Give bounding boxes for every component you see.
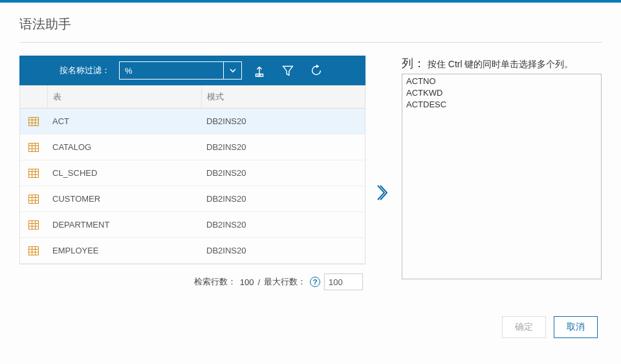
columns-panel: 列： 按住 Ctrl 键的同时单击选择多个列。 ACTNOACTKWDACTDE… [402,56,602,279]
rowcount-footer: 检索行数： 100 / 最大行数： ? [19,273,365,290]
table-icon-cell [20,246,47,255]
table-name-cell: CUSTOMER [47,194,201,204]
retrieved-rows-label: 检索行数： [194,276,236,288]
table-name-cell: CATALOG [47,142,201,152]
table-icon-cell [20,195,47,204]
table-header-name[interactable]: 表 [47,85,201,108]
table-icon-cell [20,143,47,152]
table-icon [28,220,39,230]
table-name-cell: EMPLOYEE [47,246,201,255]
table-icon-cell [20,220,47,230]
table-row[interactable]: CATALOGDB2INS20 [20,134,365,160]
column-list-item[interactable]: ACTDESC [406,99,597,111]
refresh-button[interactable] [305,59,327,81]
dialog-button-row: 确定 取消 [19,316,602,338]
apply-filter-button[interactable] [248,59,270,81]
columns-label-big: 列： [402,57,425,70]
svg-rect-26 [29,246,39,255]
footer-separator: / [257,277,260,287]
max-rows-label: 最大行数： [264,276,306,288]
table-icon [28,169,39,178]
clear-filter-button[interactable] [277,59,299,81]
table-name-cell: ACT [47,116,201,126]
svg-rect-21 [29,220,39,229]
apply-icon [252,63,267,78]
filter-combobox[interactable] [119,61,242,80]
table-row[interactable]: CUSTOMERDB2INS20 [20,186,365,212]
table-schema-cell: DB2INS20 [201,116,365,126]
chevron-right-icon [377,184,390,202]
column-list-item[interactable]: ACTNO [406,76,597,87]
content-row: 按名称过滤： [19,56,602,290]
table-icon [28,143,39,152]
title-divider [19,42,602,43]
filter-dropdown-button[interactable] [223,62,241,79]
retrieved-rows-value: 100 [240,277,254,287]
table-schema-cell: DB2INS20 [201,142,365,152]
transfer-arrow [372,184,395,202]
table-header-row: 表 模式 [20,85,365,109]
tables-panel: 按名称过滤： [19,56,365,290]
table-row[interactable]: ACTDB2INS20 [20,109,365,134]
table-schema-cell: DB2INS20 [201,220,365,230]
ok-button[interactable]: 确定 [502,316,546,338]
tables-grid: 表 模式 ACTDB2INS20CATALOGDB2INS20CL_SCHEDD… [19,85,365,264]
table-header-schema[interactable]: 模式 [201,85,365,108]
column-list-item[interactable]: ACTKWD [406,87,597,99]
refresh-icon [309,63,323,78]
svg-rect-6 [29,143,39,151]
table-row[interactable]: DEPARTMENTDB2INS20 [20,212,365,238]
table-name-cell: CL_SCHED [47,168,201,178]
funnel-icon [281,63,295,78]
chevron-down-icon [229,67,237,74]
table-name-cell: DEPARTMENT [47,220,201,230]
max-rows-input[interactable] [324,273,363,290]
help-icon[interactable]: ? [310,277,320,287]
svg-rect-1 [29,117,39,125]
table-row[interactable]: CL_SCHEDDB2INS20 [20,160,365,186]
table-schema-cell: DB2INS20 [201,246,365,255]
columns-listbox[interactable]: ACTNOACTKWDACTDESC [402,74,602,279]
table-schema-cell: DB2INS20 [201,194,365,204]
table-icon-cell [20,169,47,178]
filter-toolbar: 按名称过滤： [19,56,365,85]
cancel-button[interactable]: 取消 [554,316,598,338]
table-row[interactable]: EMPLOYEEDB2INS20 [20,238,365,264]
table-body[interactable]: ACTDB2INS20CATALOGDB2INS20CL_SCHEDDB2INS… [20,109,365,264]
table-icon-cell [20,117,47,126]
table-icon [28,195,39,204]
svg-rect-16 [29,195,39,203]
table-icon [28,117,39,126]
columns-label: 列： 按住 Ctrl 键的同时单击选择多个列。 [402,56,602,71]
svg-rect-11 [29,169,39,177]
filter-input[interactable] [120,62,223,79]
filter-label: 按名称过滤： [60,65,110,76]
columns-label-hint: 按住 Ctrl 键的同时单击选择多个列。 [425,59,573,69]
table-schema-cell: DB2INS20 [201,168,365,178]
dialog-body: 语法助手 按名称过滤： [0,3,621,348]
dialog-title: 语法助手 [19,16,602,33]
table-icon [28,246,39,255]
